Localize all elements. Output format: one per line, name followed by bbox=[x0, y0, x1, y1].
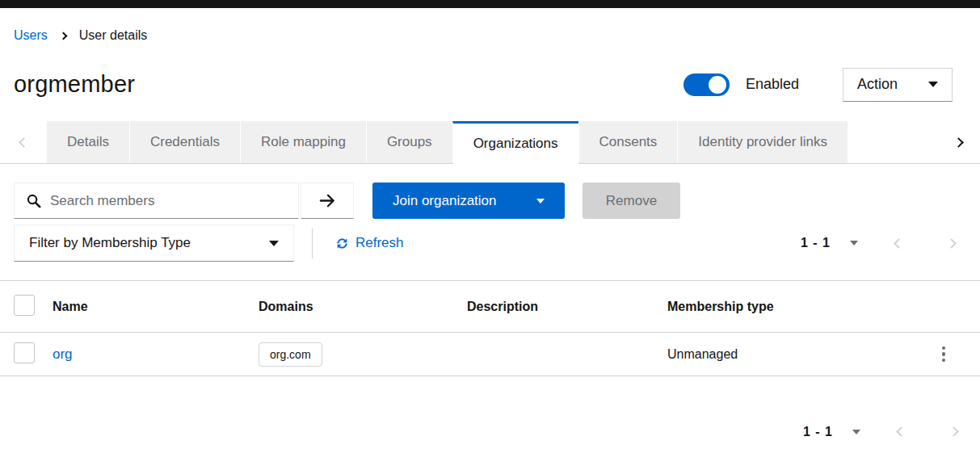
chevron-left-icon bbox=[896, 426, 906, 437]
join-organization-button[interactable]: Join organization bbox=[372, 183, 565, 219]
tab-bar: Details Credentials Role mapping Groups … bbox=[0, 121, 980, 164]
organization-link[interactable]: org bbox=[53, 346, 73, 362]
pagination-bottom: 1 - 1 bbox=[0, 421, 980, 443]
chevron-right-icon bbox=[946, 238, 957, 249]
kebab-icon bbox=[942, 346, 946, 350]
masthead bbox=[0, 0, 980, 8]
chevron-down-icon bbox=[850, 241, 858, 245]
chevron-down-icon bbox=[852, 430, 860, 434]
toolbar-divider bbox=[312, 229, 313, 258]
table-header-row: Name Domains Description Membership type bbox=[0, 281, 980, 333]
tab-label: Credentials bbox=[150, 134, 220, 150]
table-row: org org.com Unmanaged bbox=[0, 333, 980, 376]
refresh-icon bbox=[335, 237, 349, 250]
cell-name: org bbox=[53, 346, 259, 363]
column-header-description: Description bbox=[467, 300, 667, 314]
search-submit-button[interactable] bbox=[301, 183, 354, 219]
enabled-toggle-label: Enabled bbox=[746, 76, 799, 93]
breadcrumb-link-users[interactable]: Users bbox=[14, 28, 48, 43]
column-header-domains: Domains bbox=[259, 300, 467, 314]
join-organization-label: Join organization bbox=[393, 193, 497, 209]
tab-label: Groups bbox=[387, 134, 432, 150]
chevron-left-icon bbox=[19, 137, 29, 148]
tab-label: Identity provider links bbox=[698, 134, 827, 150]
membership-type-filter-label: Filter by Membership Type bbox=[29, 235, 191, 251]
tab-label: Consents bbox=[599, 134, 658, 150]
tab-role-mapping[interactable]: Role mapping bbox=[240, 121, 366, 163]
search-icon bbox=[27, 194, 41, 208]
remove-button[interactable]: Remove bbox=[583, 183, 680, 219]
select-all-checkbox[interactable] bbox=[14, 295, 35, 316]
pagination-top: 1 - 1 bbox=[801, 233, 966, 254]
chevron-down-icon bbox=[928, 82, 938, 87]
organizations-tab-panel: Join organization Remove Filter by Membe… bbox=[0, 183, 980, 262]
pagination-bottom-menu-toggle[interactable]: 1 - 1 bbox=[803, 425, 860, 439]
chevron-left-icon bbox=[894, 238, 904, 249]
tab-details[interactable]: Details bbox=[47, 121, 129, 163]
chevron-down-icon bbox=[269, 241, 279, 246]
tab-organizations[interactable]: Organizations bbox=[452, 121, 578, 163]
search-members-input[interactable] bbox=[50, 193, 298, 209]
breadcrumb-separator-icon bbox=[59, 31, 67, 40]
members-table: Name Domains Description Membership type… bbox=[0, 280, 980, 376]
column-header-name: Name bbox=[53, 300, 259, 314]
pagination-bottom-prev-button[interactable] bbox=[893, 421, 910, 443]
arrow-right-icon bbox=[318, 191, 337, 210]
page-header: orgmember Enabled Action bbox=[0, 44, 980, 103]
pagination-top-next-button[interactable] bbox=[943, 233, 960, 254]
tab-scroll-left-button[interactable] bbox=[0, 121, 47, 163]
header-actions: Enabled Action bbox=[683, 68, 953, 102]
action-dropdown[interactable]: Action bbox=[843, 68, 953, 102]
tab-consents[interactable]: Consents bbox=[578, 121, 678, 163]
action-dropdown-label: Action bbox=[857, 76, 898, 93]
chevron-down-icon bbox=[536, 199, 545, 204]
chevron-right-icon bbox=[953, 137, 964, 148]
tab-groups[interactable]: Groups bbox=[366, 121, 452, 163]
tabs: Details Credentials Role mapping Groups … bbox=[47, 121, 848, 163]
cell-membership-type: Unmanaged bbox=[667, 347, 921, 362]
tab-scroll-right-button[interactable] bbox=[937, 121, 980, 163]
chevron-right-icon bbox=[948, 426, 959, 437]
search-members-box bbox=[14, 183, 299, 219]
membership-type-filter-dropdown[interactable]: Filter by Membership Type bbox=[14, 224, 294, 262]
tab-identity-provider-links[interactable]: Identity provider links bbox=[677, 121, 848, 163]
refresh-label: Refresh bbox=[355, 235, 404, 251]
cell-domains: org.com bbox=[259, 342, 467, 367]
tab-label: Organizations bbox=[473, 136, 558, 152]
row-select-checkbox[interactable] bbox=[14, 342, 35, 363]
row-kebab-menu-button[interactable] bbox=[934, 342, 954, 367]
refresh-button[interactable]: Refresh bbox=[335, 235, 404, 251]
pagination-top-menu-toggle[interactable]: 1 - 1 bbox=[801, 236, 858, 250]
remove-label: Remove bbox=[606, 193, 657, 209]
pagination-range: 1 - 1 bbox=[803, 425, 833, 439]
filter-toolbar: Filter by Membership Type Refresh 1 - 1 bbox=[14, 224, 966, 262]
page-title: orgmember bbox=[14, 71, 135, 98]
members-toolbar: Join organization Remove bbox=[14, 183, 966, 219]
tab-credentials[interactable]: Credentials bbox=[129, 121, 240, 163]
enabled-toggle[interactable] bbox=[683, 73, 730, 96]
pagination-range: 1 - 1 bbox=[801, 236, 831, 250]
toggle-knob-icon bbox=[709, 76, 726, 94]
breadcrumb: Users User details bbox=[0, 8, 980, 44]
tab-label: Details bbox=[67, 134, 109, 150]
pagination-bottom-next-button[interactable] bbox=[945, 421, 962, 443]
domain-chip: org.com bbox=[259, 342, 322, 367]
pagination-top-prev-button[interactable] bbox=[890, 233, 907, 254]
tab-label: Role mapping bbox=[261, 134, 346, 150]
breadcrumb-current: User details bbox=[79, 28, 147, 43]
column-header-membership-type: Membership type bbox=[667, 300, 921, 314]
